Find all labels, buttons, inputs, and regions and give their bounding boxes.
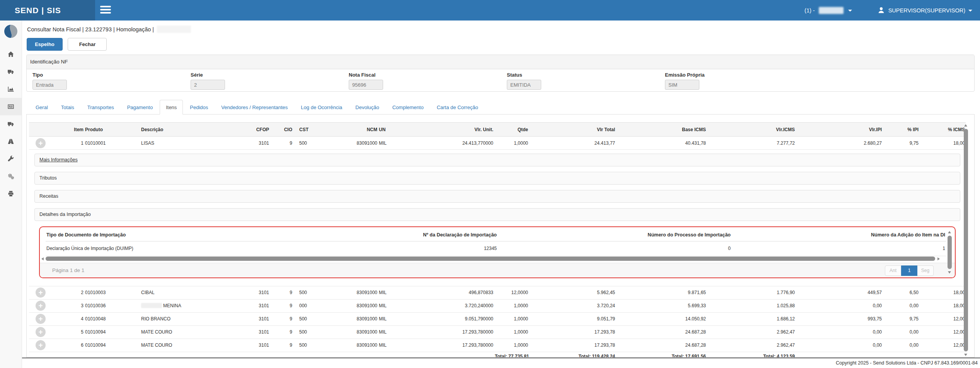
import-vertical-scrollbar[interactable] xyxy=(948,231,952,274)
tab-transportes[interactable]: Transportes xyxy=(81,100,120,115)
accordion-detalhes-da-importa-o[interactable]: Detalhes da Importação xyxy=(34,208,960,221)
total-cell: Total: 119.428,24 xyxy=(529,352,616,358)
cell-cfop: 3101 xyxy=(245,325,270,339)
sidebar-item-chart-area[interactable] xyxy=(0,80,22,98)
tab-devolu-o[interactable]: Devolução xyxy=(349,100,385,115)
cell-vlr_unit: 17.293,780000 xyxy=(401,325,494,339)
chevron-down-icon[interactable] xyxy=(848,10,852,12)
cell-qtde: 1,0000 xyxy=(494,137,529,150)
column-header-cio: CIO xyxy=(270,123,293,137)
scroll-up-icon[interactable] xyxy=(964,124,967,127)
sidebar-item-road[interactable] xyxy=(0,133,22,150)
tab-pagamento[interactable]: Pagamento xyxy=(121,100,159,115)
total-cell: Total: 17.691,56 xyxy=(616,352,707,358)
sidebar-item-truck[interactable] xyxy=(0,115,22,133)
field-label: Emissão Própria xyxy=(665,72,705,78)
sidebar-item-home[interactable] xyxy=(0,46,22,63)
cell-cfop: 3101 xyxy=(245,286,270,299)
sidebar xyxy=(0,21,22,368)
current-page-button[interactable]: 1 xyxy=(901,265,917,276)
cell-vlr_icms: 1.776,90 xyxy=(707,286,796,299)
expand-row-button[interactable]: + xyxy=(36,340,46,350)
col-expand xyxy=(29,123,52,137)
cell-vlr_icms: 1.025,88 xyxy=(707,299,796,312)
scroll-down-icon[interactable] xyxy=(948,271,951,274)
cell-base_icms: 5.699,33 xyxy=(616,299,707,312)
next-page-button[interactable]: Seg xyxy=(917,265,934,276)
prev-page-button[interactable]: Ant xyxy=(885,265,901,276)
cell-cio: 9 xyxy=(270,312,293,325)
cell-descricao: CIBAL xyxy=(140,286,245,299)
identificacao-panel: Identificação NF TipoSérieNota FiscalSta… xyxy=(26,55,975,92)
road-icon xyxy=(7,138,14,145)
field-input[interactable] xyxy=(32,80,67,90)
sidebar-item-gears[interactable] xyxy=(0,168,22,185)
cell-p_ipi: 0,00 xyxy=(883,299,919,312)
sidebar-item-wrench[interactable] xyxy=(0,150,22,168)
cell-cio: 9 xyxy=(270,286,293,299)
expand-row-button[interactable]: + xyxy=(36,301,46,311)
fechar-button[interactable]: Fechar xyxy=(68,38,107,51)
tab-totais[interactable]: Totais xyxy=(55,100,80,115)
cell-p_icms: 18,00 xyxy=(919,286,966,299)
field-input[interactable] xyxy=(507,80,541,90)
menu-toggle-icon[interactable] xyxy=(100,6,112,15)
column-header-produto: Produto xyxy=(84,123,140,137)
column-header-p_ipi: % IPI xyxy=(883,123,919,137)
cell-p_icms: 18,00 xyxy=(919,137,966,150)
expand-row-button[interactable]: + xyxy=(36,138,46,148)
tab-pedidos[interactable]: Pedidos xyxy=(184,100,214,115)
tab-complemento[interactable]: Complemento xyxy=(386,100,430,115)
cell-cst: 500 xyxy=(293,325,322,339)
cell-vlr_icms: 7.277,72 xyxy=(707,137,796,150)
tab-log-de-ocorr-ncia[interactable]: Log de Ocorrência xyxy=(295,100,348,115)
field-input[interactable] xyxy=(665,80,699,90)
espelho-button[interactable]: Espelho xyxy=(27,38,63,51)
column-header-item: Item xyxy=(52,123,84,137)
cell-vlr_ipi: 993,75 xyxy=(796,312,883,325)
tab-itens[interactable]: Itens xyxy=(160,100,183,115)
field-input[interactable] xyxy=(349,80,383,90)
user-menu[interactable]: SUPERVISOR(SUPERVISOR) xyxy=(878,7,975,14)
user-icon xyxy=(878,7,885,14)
scroll-left-icon[interactable] xyxy=(41,257,44,260)
scroll-down-icon[interactable] xyxy=(964,354,967,356)
import-col-header: Número da Adição do Item na DI xyxy=(731,229,946,241)
app-logo[interactable] xyxy=(3,24,18,39)
identificacao-title: Identificação NF xyxy=(27,55,974,69)
notification-label[interactable]: (1) - xyxy=(804,7,815,14)
expand-row-button[interactable]: + xyxy=(36,327,46,337)
expand-row-button[interactable]: + xyxy=(36,314,46,324)
wrench-icon xyxy=(7,156,14,162)
sidebar-item-printer[interactable] xyxy=(0,185,22,202)
cell-p_icms: 12,00 xyxy=(919,339,966,352)
cell-produto: 01010036 xyxy=(84,299,140,312)
table-vertical-scrollbar[interactable] xyxy=(964,124,968,356)
cell-item: 5 xyxy=(52,325,84,339)
field-status: Status xyxy=(507,72,541,90)
cell-cio: 9 xyxy=(270,299,293,312)
gears-icon xyxy=(7,173,14,180)
expand-row-button[interactable]: + xyxy=(36,288,46,298)
sidebar-item-truck[interactable] xyxy=(0,63,22,80)
cell-un: MIL xyxy=(378,137,401,150)
chart-area-icon xyxy=(7,86,14,92)
scroll-right-icon[interactable] xyxy=(937,257,940,260)
sidebar-item-newspaper[interactable] xyxy=(0,98,22,115)
tab-carta-de-corre-o[interactable]: Carta de Correção xyxy=(431,100,484,115)
field-input[interactable] xyxy=(191,80,225,90)
accordion-mais-informa-es[interactable]: Mais Informações xyxy=(34,154,960,166)
cell-descricao: MENINA xyxy=(140,299,245,312)
tab-geral[interactable]: Geral xyxy=(29,100,54,115)
scroll-up-icon[interactable] xyxy=(948,231,951,233)
import-horizontal-scrollbar[interactable] xyxy=(41,256,940,262)
cell-ncm: 83091000 xyxy=(322,325,378,339)
tab-vendedores-representantes[interactable]: Vendedores / Representantes xyxy=(215,100,294,115)
cell-qtde: 12,0000 xyxy=(494,286,529,299)
accordion-receitas[interactable]: Receitas xyxy=(34,190,960,203)
field-tipo: Tipo xyxy=(32,72,67,90)
cell-p_ipi: 0,00 xyxy=(883,339,919,352)
cell-cio: 9 xyxy=(270,339,293,352)
accordion-tributos[interactable]: Tributos xyxy=(34,172,960,185)
chevron-down-icon xyxy=(968,10,972,12)
